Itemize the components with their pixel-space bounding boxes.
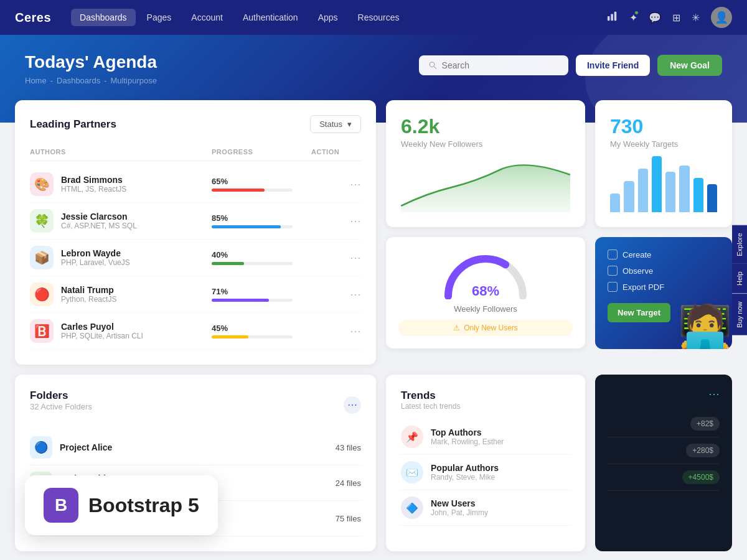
- author-tech: HTML, JS, ReactJS: [61, 185, 126, 194]
- progress-bar-background: [212, 299, 293, 302]
- followers-label: Weekly New Followers: [401, 139, 570, 149]
- bar-chart-icon[interactable]: [607, 11, 618, 24]
- trend-row: 📌 Top Authors Mark, Rowling, Esther: [401, 419, 570, 455]
- author-progress: 45%: [212, 324, 311, 338]
- folder-file-count: 24 files: [336, 478, 361, 488]
- top-grid: Leading Partners Status ▾ AUTHORS PROGRE…: [15, 100, 732, 365]
- author-avatar: 🎨: [30, 172, 54, 196]
- create-checkbox-icon: [608, 250, 618, 259]
- trend-sub: Mark, Rowling, Esther: [431, 437, 504, 446]
- action-menu-button[interactable]: ⋯: [311, 251, 361, 264]
- bar-item: [610, 194, 620, 212]
- sparkle-icon[interactable]: ✦: [629, 12, 637, 24]
- svg-rect-0: [608, 16, 610, 21]
- invite-friend-button[interactable]: Invite Friend: [576, 55, 650, 76]
- bar-item: [624, 181, 634, 212]
- gauge-alert: ⚠ Only New Users: [398, 320, 573, 336]
- author-progress: 40%: [212, 250, 311, 265]
- nav-item-dashboards[interactable]: Dashboards: [71, 9, 136, 26]
- side-label-help[interactable]: Help: [732, 264, 747, 294]
- search-icon: [429, 61, 437, 70]
- action-menu-button[interactable]: ⋯: [311, 287, 361, 301]
- action-menu-button[interactable]: ⋯: [311, 177, 361, 191]
- targets-count: 730: [610, 115, 717, 138]
- hero-actions: Invite Friend New Goal: [419, 55, 722, 76]
- trends-list: 📌 Top Authors Mark, Rowling, Esther ✉️ P…: [401, 419, 570, 526]
- status-dropdown[interactable]: Status ▾: [310, 115, 361, 133]
- gauge-percent: 68%: [472, 283, 499, 299]
- svg-rect-1: [611, 14, 613, 21]
- grid-icon[interactable]: ⊞: [672, 12, 680, 24]
- breadcrumb-multipurpose[interactable]: Multipurpose: [110, 76, 156, 85]
- user-avatar[interactable]: 👤: [711, 7, 732, 28]
- search-box[interactable]: [419, 55, 568, 75]
- folders-title: Folders: [30, 390, 92, 402]
- action-menu-button[interactable]: ⋯: [311, 214, 361, 228]
- middle-column: 6.2k Weekly New Followers: [386, 100, 585, 365]
- author-row: 🅱️ Carles Puyol PHP, SQLite, Artisan CLI…: [30, 313, 361, 350]
- progress-bar-fill: [212, 299, 269, 302]
- settings-icon[interactable]: ✳: [692, 12, 700, 24]
- action-menu-button[interactable]: ⋯: [311, 324, 361, 338]
- new-goal-button[interactable]: New Goal: [657, 55, 722, 76]
- watermark-text: Bootstrap 5: [88, 494, 199, 517]
- author-progress: 71%: [212, 287, 311, 302]
- bar-item: [693, 178, 703, 212]
- trends-title: Trends: [401, 390, 570, 402]
- author-avatar: 🔴: [30, 282, 54, 306]
- trend-icon: 📌: [401, 426, 423, 448]
- progress-bar-background: [212, 189, 293, 192]
- gauge-card: 68% Weekly Followers ⚠ Only New Users: [386, 237, 585, 348]
- search-input[interactable]: [442, 60, 558, 70]
- progress-bar-fill: [212, 189, 265, 192]
- nav-item-authentication[interactable]: Authentication: [234, 9, 307, 26]
- svg-point-3: [430, 62, 435, 67]
- nav-item-account[interactable]: Account: [182, 9, 232, 26]
- author-name: Carles Puyol: [61, 322, 143, 332]
- bar-item: [679, 166, 689, 212]
- navbar: Ceres Dashboards Pages Account Authentic…: [0, 0, 747, 35]
- breadcrumb-dashboards[interactable]: Dashboards: [57, 76, 100, 85]
- stat-badge: +82$: [690, 417, 720, 431]
- right-bottom-stat-row: +4500$: [608, 464, 720, 491]
- folder-name: Project Alice: [60, 442, 112, 452]
- targets-bar-chart: [610, 156, 717, 212]
- breadcrumb-home[interactable]: Home: [25, 76, 47, 85]
- author-row: 🔴 Natali Trump Python, ReactJS 71% ⋯: [30, 276, 361, 313]
- observe-checkbox-icon: [608, 266, 618, 276]
- message-icon[interactable]: 💬: [649, 12, 661, 24]
- progress-bar-background: [212, 225, 293, 228]
- bar-item: [652, 156, 662, 212]
- trend-name: Top Authors: [431, 427, 504, 437]
- trend-icon: 🔷: [401, 497, 423, 519]
- author-row: 🍀 Jessie Clarcson C#, ASP.NET, MS SQL 85…: [30, 203, 361, 240]
- author-name: Brad Simmons: [61, 175, 126, 185]
- bar-fill: [652, 156, 662, 212]
- nav-item-apps[interactable]: Apps: [309, 9, 347, 26]
- trends-subtitle: Latest tech trends: [401, 402, 570, 411]
- folder-info: 🔵 Project Alice: [30, 436, 112, 459]
- trends-card: Trends Latest tech trends 📌 Top Authors …: [386, 375, 585, 551]
- nav-item-pages[interactable]: Pages: [138, 9, 181, 26]
- folders-header: Folders 32 Active Folders ⋯: [30, 390, 361, 420]
- author-progress: 85%: [212, 213, 311, 228]
- trend-name: Popular Authors: [431, 463, 499, 473]
- nav-item-resources[interactable]: Resources: [349, 9, 408, 26]
- bar-item: [707, 184, 717, 212]
- bar-fill: [610, 194, 620, 212]
- promo-figure: 🧑‍💻: [678, 306, 732, 349]
- trend-icon: ✉️: [401, 461, 423, 483]
- side-label-explore[interactable]: Explore: [732, 225, 747, 263]
- new-target-button[interactable]: New Target: [608, 303, 670, 322]
- trend-name: New Users: [431, 498, 488, 508]
- side-labels: Explore Help Buy now: [732, 225, 747, 335]
- author-tech: PHP, Laravel, VueJS: [61, 258, 130, 267]
- followers-card: 6.2k Weekly New Followers: [386, 100, 585, 227]
- author-tech: PHP, SQLite, Artisan CLI: [61, 332, 143, 340]
- author-progress: 65%: [212, 177, 311, 192]
- folders-menu-button[interactable]: ⋯: [344, 396, 361, 414]
- bar-item: [638, 169, 648, 212]
- side-label-buy-now[interactable]: Buy now: [732, 293, 747, 335]
- watermark-icon: B: [44, 488, 78, 523]
- svg-rect-2: [614, 12, 617, 21]
